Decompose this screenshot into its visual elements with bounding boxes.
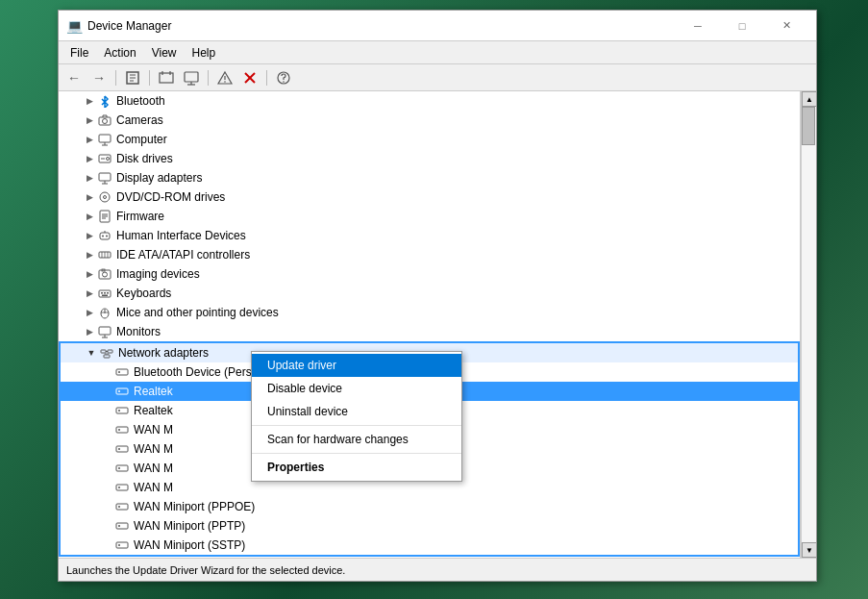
- tree-panel[interactable]: ▶ Bluetooth ▶ Cameras ▶ Compu: [59, 91, 801, 558]
- scroll-track[interactable]: [802, 107, 816, 542]
- content-area: ▶ Bluetooth ▶ Cameras ▶ Compu: [59, 91, 816, 558]
- ctx-scan-changes[interactable]: Scan for hardware changes: [252, 428, 461, 451]
- keyboards-label: Keyboards: [116, 287, 171, 300]
- svg-point-71: [118, 448, 120, 450]
- networkadapters-label: Network adapters: [118, 346, 209, 360]
- tree-item-keyboards[interactable]: ▶ Keyboards: [59, 284, 800, 303]
- toolbar-sep-2: [149, 70, 150, 86]
- maximize-button[interactable]: □: [720, 11, 764, 41]
- menu-help[interactable]: Help: [185, 44, 224, 62]
- svg-point-35: [102, 236, 104, 237]
- ideata-label: IDE ATA/ATAPI controllers: [116, 248, 250, 262]
- svg-rect-80: [116, 542, 128, 548]
- expand-monitors[interactable]: ▶: [82, 324, 97, 339]
- svg-rect-72: [116, 465, 128, 471]
- expand-firmware[interactable]: ▶: [82, 209, 97, 224]
- diskdrives-icon: [97, 151, 112, 166]
- ctx-uninstall-device[interactable]: Uninstall device: [252, 400, 461, 423]
- svg-point-65: [118, 390, 120, 392]
- wan1-icon: [114, 422, 130, 437]
- tree-item-mice[interactable]: ▶ Mice and other pointing devices: [59, 303, 800, 322]
- tree-item-hid[interactable]: ▶ Human Interface Devices: [59, 226, 800, 245]
- device-manager-window: 💻 Device Manager ─ □ ✕ File Action View …: [58, 10, 817, 582]
- svg-rect-56: [101, 350, 106, 353]
- wan-pppoe-label: WAN Miniport (PPPOE): [134, 500, 255, 513]
- svg-rect-74: [116, 485, 128, 490]
- window-icon: 💻: [66, 18, 82, 34]
- svg-point-81: [118, 544, 120, 546]
- svg-point-67: [118, 410, 120, 412]
- monitor-button[interactable]: [180, 67, 203, 88]
- scrollbar[interactable]: ▲ ▼: [801, 91, 816, 558]
- expand-ideata[interactable]: ▶: [82, 247, 97, 262]
- ctx-disable-device[interactable]: Disable device: [252, 377, 461, 400]
- expand-hid[interactable]: ▶: [82, 228, 97, 243]
- forward-button[interactable]: →: [87, 67, 111, 88]
- wan2-label: WAN M: [134, 442, 173, 456]
- tree-item-imaging[interactable]: ▶ Imaging devices: [59, 264, 800, 284]
- warning-icon[interactable]: [213, 67, 236, 88]
- svg-point-43: [103, 272, 108, 277]
- help-button[interactable]: [272, 67, 295, 88]
- expand-cameras[interactable]: ▶: [82, 112, 97, 128]
- expand-imaging[interactable]: ▶: [82, 266, 97, 282]
- expand-computer[interactable]: ▶: [82, 132, 97, 147]
- menu-file[interactable]: File: [62, 44, 96, 62]
- svg-rect-66: [116, 408, 128, 413]
- tree-item-diskdrives[interactable]: ▶ Disk drives: [59, 149, 800, 168]
- bluetooth-pan-icon: [114, 364, 130, 380]
- tree-item-ideata[interactable]: ▶ IDE ATA/ATAPI controllers: [59, 245, 800, 264]
- scan-button[interactable]: [155, 67, 178, 88]
- close-button[interactable]: ✕: [764, 11, 808, 41]
- monitors-label: Monitors: [116, 325, 161, 338]
- expand-networkadapters[interactable]: ▼: [84, 345, 99, 361]
- window-title: Device Manager: [87, 19, 676, 33]
- scroll-down-arrow[interactable]: ▼: [802, 542, 816, 558]
- dvdcdrom-label: DVD/CD-ROM drives: [116, 190, 225, 204]
- back-button[interactable]: ←: [62, 67, 86, 88]
- firmware-label: Firmware: [116, 210, 164, 223]
- firmware-icon: [97, 209, 112, 224]
- expand-bluetooth[interactable]: ▶: [82, 93, 97, 109]
- ctx-properties[interactable]: Properties: [252, 456, 461, 479]
- svg-rect-46: [101, 292, 103, 294]
- wan3-label: WAN M: [134, 462, 173, 475]
- svg-rect-4: [160, 73, 173, 83]
- svg-rect-53: [99, 327, 111, 335]
- menu-view[interactable]: View: [144, 44, 185, 62]
- tree-item-printqueues[interactable]: ▶ Print queues: [59, 557, 800, 558]
- svg-rect-76: [116, 504, 128, 510]
- minimize-button[interactable]: ─: [676, 11, 720, 41]
- menu-action[interactable]: Action: [96, 44, 143, 62]
- wan-pptp-icon: [114, 518, 130, 534]
- expand-diskdrives[interactable]: ▶: [82, 151, 97, 166]
- expand-dvdcdrom[interactable]: ▶: [82, 189, 97, 205]
- expand-displayadapters[interactable]: ▶: [82, 170, 97, 186]
- properties-button[interactable]: [121, 67, 144, 88]
- tree-item-displayadapters[interactable]: ▶ Display adapters: [59, 168, 800, 187]
- expand-mice[interactable]: ▶: [82, 305, 97, 320]
- tree-item-wan-pptp[interactable]: ▶ WAN Miniport (PPTP): [61, 516, 798, 536]
- computer-label: Computer: [116, 133, 167, 146]
- ctx-update-driver[interactable]: Update driver: [252, 354, 461, 377]
- tree-item-computer[interactable]: ▶ Computer: [59, 130, 800, 149]
- tree-item-cameras[interactable]: ▶ Cameras: [59, 111, 800, 130]
- svg-rect-49: [102, 295, 108, 297]
- svg-point-36: [106, 236, 108, 237]
- expand-keyboards[interactable]: ▶: [82, 286, 97, 301]
- tree-item-firmware[interactable]: ▶ Firmware: [59, 207, 800, 226]
- tree-item-wan-sstp[interactable]: ▶ WAN Miniport (SSTP): [61, 536, 798, 555]
- menu-bar: File Action View Help: [59, 41, 816, 64]
- tree-item-monitors[interactable]: ▶ Monitors: [59, 322, 800, 341]
- svg-rect-64: [116, 388, 128, 394]
- wan-sstp-label: WAN Miniport (SSTP): [134, 538, 245, 552]
- tree-item-wan-pppoe[interactable]: ▶ WAN Miniport (PPPOE): [61, 497, 798, 516]
- scroll-thumb[interactable]: [802, 107, 815, 145]
- tree-item-bluetooth[interactable]: ▶ Bluetooth: [59, 91, 800, 111]
- tree-item-dvdcdrom[interactable]: ▶ DVD/CD-ROM drives: [59, 187, 800, 207]
- mice-icon: [97, 305, 112, 320]
- svg-rect-19: [99, 135, 111, 142]
- remove-button[interactable]: [238, 67, 261, 88]
- cameras-icon: [97, 112, 112, 128]
- scroll-up-arrow[interactable]: ▲: [802, 91, 816, 107]
